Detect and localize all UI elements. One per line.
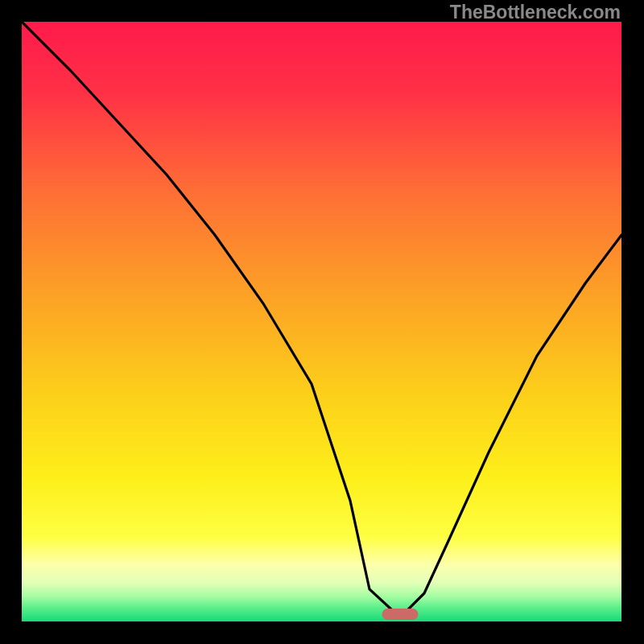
watermark-text: TheBottleneck.com <box>450 2 621 23</box>
bottleneck-curve <box>22 22 621 621</box>
chart-frame: TheBottleneck.com <box>0 0 644 644</box>
optimal-marker <box>382 609 419 620</box>
plot-area <box>22 22 621 621</box>
